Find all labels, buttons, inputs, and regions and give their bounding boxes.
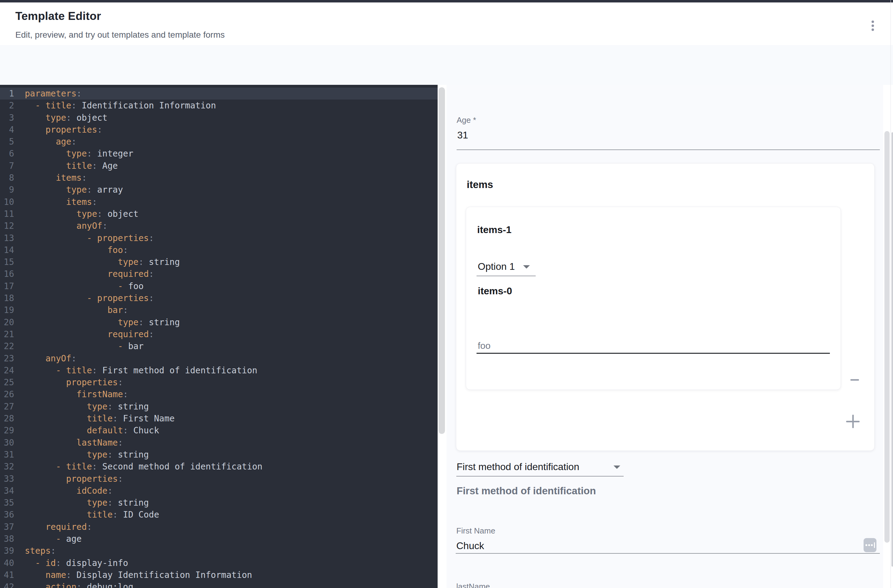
- line-number: 7: [0, 160, 14, 172]
- line-number: 4: [0, 124, 14, 136]
- kebab-menu-button[interactable]: [865, 18, 880, 33]
- editor-line-5[interactable]: 5 age:: [0, 136, 437, 148]
- editor-line-28[interactable]: 28 title: First Name: [0, 412, 437, 424]
- editor-line-42[interactable]: 42 action: debug:log: [0, 581, 437, 588]
- line-number: 37: [0, 521, 14, 533]
- line-number: 3: [0, 112, 14, 124]
- kebab-dot: [872, 21, 874, 23]
- line-number: 30: [0, 437, 14, 448]
- panel-scrollbar-thumb[interactable]: [884, 131, 890, 543]
- line-number: 13: [0, 232, 14, 244]
- line-number: 40: [0, 557, 14, 569]
- add-item-button[interactable]: [843, 412, 863, 431]
- items-card: items items-1 Option 1 items-0 foo: [456, 163, 875, 451]
- line-number: 16: [0, 268, 14, 280]
- line-number: 28: [0, 412, 14, 424]
- template-editor-app: Template Editor Edit, preview, and try o…: [0, 0, 893, 588]
- editor-line-25[interactable]: 25 properties:: [0, 376, 437, 388]
- kebab-dot: [872, 24, 874, 27]
- line-number: 25: [0, 376, 14, 388]
- editor-line-15[interactable]: 15 type: string: [0, 256, 437, 268]
- items-card-title: items: [467, 179, 493, 190]
- minus-icon: [850, 379, 859, 381]
- first-name-label: First Name: [456, 526, 495, 536]
- editor-line-10[interactable]: 10 items:: [0, 196, 437, 208]
- editor-line-34[interactable]: 34 idCode:: [0, 485, 437, 497]
- editor-line-26[interactable]: 26 firstName:: [0, 388, 437, 400]
- editor-line-35[interactable]: 35 type: string: [0, 497, 437, 508]
- method-section-heading: First method of identification: [457, 485, 596, 497]
- editor-line-8[interactable]: 8 items:: [0, 172, 437, 184]
- age-input[interactable]: 31: [457, 129, 468, 141]
- chevron-down-icon[interactable]: [523, 265, 530, 268]
- line-number: 42: [0, 581, 14, 588]
- editor-line-21[interactable]: 21 required:: [0, 328, 437, 340]
- editor-line-1[interactable]: 1parameters:: [0, 88, 437, 99]
- line-number: 18: [0, 292, 14, 304]
- editor-line-39[interactable]: 39steps:: [0, 545, 437, 557]
- line-number: 15: [0, 256, 14, 268]
- editor-line-31[interactable]: 31 type: string: [0, 448, 437, 460]
- editor-line-2[interactable]: 2 - title: Identification Information: [0, 99, 437, 111]
- editor-scrollbar-thumb[interactable]: [439, 87, 445, 434]
- age-underline: [457, 150, 880, 150]
- method-select[interactable]: First method of identification: [457, 461, 579, 472]
- line-number: 12: [0, 220, 14, 232]
- line-number: 19: [0, 304, 14, 316]
- remove-item-button[interactable]: [845, 370, 864, 389]
- editor-line-6[interactable]: 6 type: integer: [0, 148, 437, 159]
- page-scrollbar-track: [890, 0, 891, 588]
- editor-line-7[interactable]: 7 title: Age: [0, 160, 437, 172]
- line-number: 24: [0, 364, 14, 376]
- items-1-card: items-1 Option 1 items-0 foo: [466, 207, 841, 390]
- editor-line-11[interactable]: 11 type: object: [0, 208, 437, 220]
- line-number: 39: [0, 545, 14, 557]
- editor-line-40[interactable]: 40 - id: display-info: [0, 557, 437, 569]
- method-select-underline: [456, 476, 624, 477]
- line-number: 5: [0, 136, 14, 148]
- line-number: 2: [0, 99, 14, 111]
- editor-line-24[interactable]: 24 - title: First method of identificati…: [0, 364, 437, 376]
- editor-line-36[interactable]: 36 title: ID Code: [0, 508, 437, 520]
- editor-line-27[interactable]: 27 type: string: [0, 400, 437, 412]
- editor-line-16[interactable]: 16 required:: [0, 268, 437, 280]
- editor-line-20[interactable]: 20 type: string: [0, 316, 437, 328]
- line-number: 6: [0, 148, 14, 159]
- first-name-input[interactable]: Chuck: [456, 540, 484, 552]
- editor-line-23[interactable]: 23 anyOf:: [0, 352, 437, 364]
- line-number: 36: [0, 508, 14, 520]
- editor-line-32[interactable]: 32 - title: Second method of identificat…: [0, 460, 437, 472]
- line-number: 32: [0, 460, 14, 472]
- line-number: 20: [0, 316, 14, 328]
- line-number: 1: [0, 88, 14, 99]
- items-1-title: items-1: [477, 224, 511, 236]
- top-strip: [0, 0, 893, 3]
- line-number: 26: [0, 388, 14, 400]
- editor-line-3[interactable]: 3 type: object: [0, 112, 437, 124]
- plus-icon: [846, 415, 860, 428]
- editor-line-9[interactable]: 9 type: array: [0, 184, 437, 196]
- editor-line-37[interactable]: 37 required:: [0, 521, 437, 533]
- line-number: 17: [0, 280, 14, 292]
- editor-line-29[interactable]: 29 default: Chuck: [0, 424, 437, 436]
- editor-line-14[interactable]: 14 foo:: [0, 244, 437, 256]
- page-scrollbar-thumb[interactable]: [891, 132, 893, 567]
- editor-line-41[interactable]: 41 name: Display Identification Informat…: [0, 569, 437, 581]
- option-select[interactable]: Option 1: [478, 261, 515, 272]
- foo-input-underline[interactable]: [477, 353, 830, 354]
- page-title: Template Editor: [15, 10, 101, 22]
- editor-line-30[interactable]: 30 lastName:: [0, 437, 437, 448]
- editor-line-17[interactable]: 17 - foo: [0, 280, 437, 292]
- editor-line-38[interactable]: 38 - age: [0, 533, 437, 545]
- editor-line-22[interactable]: 22 - bar: [0, 340, 437, 352]
- yaml-code-editor[interactable]: 1parameters:2 - title: Identification In…: [0, 85, 437, 588]
- editor-line-19[interactable]: 19 bar:: [0, 304, 437, 316]
- editor-line-13[interactable]: 13 - properties:: [0, 232, 437, 244]
- editor-line-4[interactable]: 4 properties:: [0, 124, 437, 136]
- editor-line-33[interactable]: 33 properties:: [0, 473, 437, 485]
- chevron-down-icon[interactable]: [613, 465, 620, 469]
- editor-line-18[interactable]: 18 - properties:: [0, 292, 437, 304]
- autofill-extension-icon[interactable]: [864, 538, 876, 552]
- line-number: 29: [0, 424, 14, 436]
- editor-line-12[interactable]: 12 anyOf:: [0, 220, 437, 232]
